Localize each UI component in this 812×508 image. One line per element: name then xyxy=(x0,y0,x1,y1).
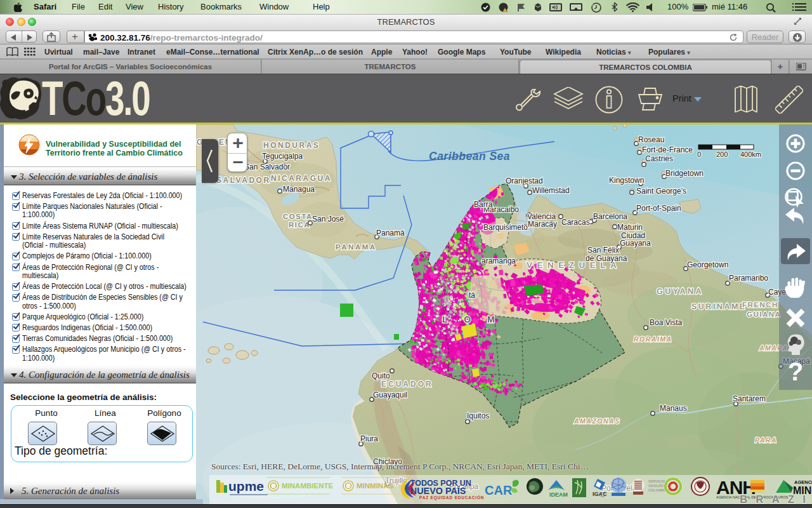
svg-text:FRENCH: FRENCH xyxy=(742,301,778,309)
svg-text:Barquisimeto: Barquisimeto xyxy=(483,223,528,232)
svg-text:aramanga: aramanga xyxy=(481,257,516,265)
svg-text:Georgetown: Georgetown xyxy=(687,260,728,269)
svg-text:Oranjestad: Oranjestad xyxy=(506,177,543,185)
svg-text:Paramaribo: Paramaribo xyxy=(729,274,768,283)
svg-text:PAZ EQUIDAD EDUCACIÓN: PAZ EQUIDAD EDUCACIÓN xyxy=(419,495,484,500)
svg-text:Castries: Castries xyxy=(645,154,673,163)
svg-text:San Salvador: San Salvador xyxy=(244,163,290,171)
svg-text:400km: 400km xyxy=(740,150,761,158)
svg-text:Panamá: Panamá xyxy=(376,229,405,237)
svg-text:Roseau: Roseau xyxy=(638,135,664,144)
svg-text:200: 200 xyxy=(716,150,728,158)
svg-text:Manaus: Manaus xyxy=(660,404,687,413)
svg-text:HONDURAS: HONDURAS xyxy=(263,141,320,150)
svg-text:Bridgetown: Bridgetown xyxy=(665,169,704,178)
svg-text:Barra: Barra xyxy=(474,200,493,209)
svg-text:Saint George's: Saint George's xyxy=(636,187,686,196)
svg-text:IDEAM: IDEAM xyxy=(549,491,568,498)
svg-text:RICA: RICA xyxy=(289,221,310,229)
svg-text:Fort-de-France: Fort-de-France xyxy=(642,145,693,154)
svg-text:MINMINAS: MINMINAS xyxy=(357,482,393,490)
svg-text:Santarem: Santarem xyxy=(733,394,766,403)
svg-text:MINAMBIENTE: MINAMBIENTE xyxy=(282,482,333,490)
svg-text:GUIANA: GUIANA xyxy=(747,311,781,318)
svg-text:CAR: CAR xyxy=(485,483,513,497)
svg-text:Willemstad: Willemstad xyxy=(532,186,570,195)
svg-text:PARA: PARA xyxy=(755,436,777,444)
svg-text:RORAIMA: RORAIMA xyxy=(634,335,672,343)
svg-text:de Guayana: de Guayana xyxy=(586,254,627,263)
svg-text:San José: San José xyxy=(312,215,344,224)
svg-text:Port-of-Spain: Port-of-Spain xyxy=(636,204,681,213)
svg-text:COSTA: COSTA xyxy=(283,213,313,220)
svg-text:Guayana: Guayana xyxy=(620,239,651,248)
svg-text:PANAMA: PANAMA xyxy=(336,243,377,251)
svg-text:Caribbean Sea: Caribbean Sea xyxy=(429,150,510,163)
svg-text:Maturin: Maturin xyxy=(617,223,643,232)
svg-text:Piura: Piura xyxy=(360,434,378,443)
svg-text:SURINAME: SURINAME xyxy=(691,302,747,311)
svg-text:Caracas: Caracas xyxy=(561,218,590,227)
svg-text:upme: upme xyxy=(228,479,264,493)
svg-text:AGENCIA NA: AGENCIA NA xyxy=(794,479,812,485)
svg-text:GUYANA: GUYANA xyxy=(657,287,704,296)
svg-text:San Félix: San Félix xyxy=(587,246,619,255)
svg-text:Maracay: Maracay xyxy=(528,220,557,229)
svg-text:Kingstown: Kingstown xyxy=(609,176,644,185)
svg-text:NUEVO PAÍS: NUEVO PAÍS xyxy=(410,486,466,496)
svg-text:SERVICIO: SERVICIO xyxy=(648,479,665,483)
svg-text:SALVADOR: SALVADOR xyxy=(216,176,271,185)
svg-text:NICARAGUA: NICARAGUA xyxy=(271,174,332,183)
svg-text:IGAC: IGAC xyxy=(593,491,607,497)
svg-text:Boa Vista: Boa Vista xyxy=(650,318,682,327)
svg-text:0: 0 xyxy=(697,150,701,158)
svg-text:Guayaquil: Guayaquil xyxy=(373,391,407,399)
svg-text:MIN: MIN xyxy=(793,485,811,496)
svg-text:Iquitos: Iquitos xyxy=(467,411,489,420)
svg-text:AMAZONAS: AMAZONAS xyxy=(573,417,620,425)
svg-text:Managua: Managua xyxy=(283,185,315,194)
svg-text:L O M: L O M xyxy=(442,314,502,324)
svg-text:ECUADOR: ECUADOR xyxy=(381,380,433,389)
svg-text:Barcelona: Barcelona xyxy=(593,212,627,221)
svg-text:Quito: Quito xyxy=(372,371,390,380)
svg-text:Tegucigalpa: Tegucigalpa xyxy=(262,152,303,161)
svg-text:?: ? xyxy=(788,358,803,385)
svg-text:tá: tá xyxy=(469,291,475,300)
